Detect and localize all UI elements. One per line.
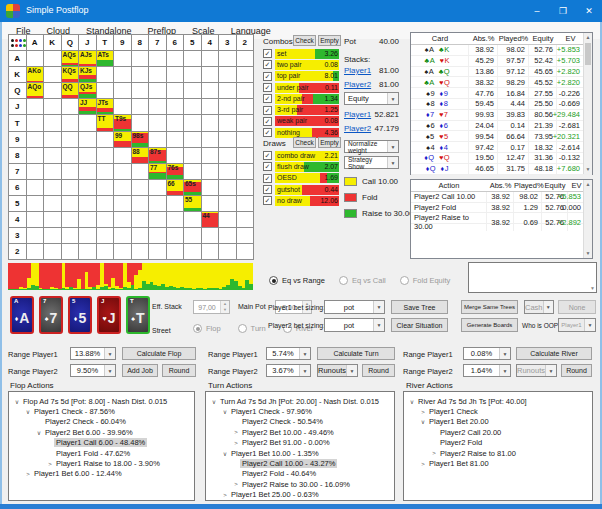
hand-cell-empty[interactable] [27,196,45,212]
hand-cell-empty[interactable] [184,228,202,244]
hand-cell-empty[interactable] [167,115,185,131]
hand-cell-empty[interactable] [132,99,150,115]
hand-cell-empty[interactable] [27,212,45,228]
hand-cell-empty[interactable] [167,51,185,67]
hand-cell-empty[interactable] [184,115,202,131]
hand-cell-empty[interactable] [149,51,167,67]
tree-item[interactable]: Player2 Fold [404,438,592,448]
hand-cell-empty[interactable] [79,148,97,164]
hand-cell-88[interactable]: 88 [132,148,150,164]
hand-cell-empty[interactable] [219,83,237,99]
hand-cell-empty[interactable] [167,132,185,148]
hand-cell-empty[interactable] [97,132,115,148]
expanded-icon[interactable]: ∨ [210,398,218,405]
radio-eq-vs-range[interactable]: Eq vs Range [269,276,325,285]
hand-cell-empty[interactable] [219,115,237,131]
table-row[interactable]: ♠4♦497.420.1718.32-2.614 [411,142,592,153]
range-p2-flop-select[interactable]: 9.50% ▼ [70,364,116,377]
hand-cell-44[interactable]: 44 [202,212,220,228]
card-table-scrollbar[interactable]: ▲ ▼ [583,33,592,174]
hand-cell-empty[interactable] [219,132,237,148]
combo-checkbox[interactable]: ✓ [263,49,272,58]
expanded-icon[interactable]: ∨ [35,429,43,436]
range-p1-turn-select[interactable]: 5.74% ▼ [266,347,311,360]
hand-cell-empty[interactable] [219,180,237,196]
hand-cell-AKo[interactable]: AKo [27,67,45,83]
hand-cell-empty[interactable] [97,67,115,83]
hand-cell-empty[interactable] [27,99,45,115]
hand-cell-empty[interactable] [219,244,237,260]
scroll-thumb[interactable] [585,43,591,65]
hand-cell-empty[interactable] [184,51,202,67]
hand-cell-empty[interactable] [132,180,150,196]
hand-cell-empty[interactable] [62,148,80,164]
hand-cell-empty[interactable] [132,212,150,228]
clear-situation-button[interactable]: Clear Situation [391,318,448,332]
tree-item[interactable]: >Player1 Bet 25.00 - 0.63% [206,490,394,500]
p2-bet-sizing-select[interactable]: pot ▼ [324,318,385,332]
player-link[interactable]: Player2 [344,80,371,89]
hand-cell-empty[interactable] [184,212,202,228]
hand-cell-JTs[interactable]: JTs [97,99,115,115]
hand-cell-empty[interactable] [202,51,220,67]
hand-cell-empty[interactable] [27,115,45,131]
hand-cell-empty[interactable] [44,51,62,67]
hand-cell-empty[interactable] [62,164,80,180]
hand-cell-empty[interactable] [202,244,220,260]
collapsed-icon[interactable]: > [232,429,240,435]
hand-cell-empty[interactable] [149,196,167,212]
hand-cell-empty[interactable] [62,180,80,196]
strategy-show-select[interactable]: Strategy Show ▼ [344,156,399,169]
tree-item[interactable]: >Player1 Bet 81.00 [404,458,592,468]
tree-item[interactable]: ∨River Ad 7s 5d Jh Ts [Pot: 40.00] [404,396,592,406]
hand-cell-empty[interactable] [219,164,237,180]
hand-cell-empty[interactable] [97,180,115,196]
hand-cell-empty[interactable] [44,132,62,148]
combo-checkbox[interactable]: ✓ [263,106,272,115]
hand-cell-99[interactable]: 99 [114,132,132,148]
hand-cell-T9s[interactable]: T9s [114,115,132,131]
hand-cell-empty[interactable] [44,99,62,115]
round-turn-button[interactable]: Round [362,364,395,377]
hand-cell-empty[interactable] [167,228,185,244]
tree-item[interactable]: >Player2 Raise to 30.00 - 16.09% [206,479,394,489]
tree-item[interactable]: >Player1 Bet 6.00 - 12.44% [9,469,194,479]
hand-cell-empty[interactable] [237,228,255,244]
tree-item[interactable]: Player1 Call 6.00 - 48.48% [9,438,194,448]
round-flop-button[interactable]: Round [162,364,196,377]
draw-checkbox[interactable]: ✓ [263,174,272,183]
hand-cell-empty[interactable] [132,244,150,260]
hand-cell-empty[interactable] [149,212,167,228]
hand-cell-empty[interactable] [149,244,167,260]
hand-cell-empty[interactable] [167,244,185,260]
scroll-up-icon[interactable]: ▲ [584,33,592,42]
expanded-icon[interactable]: ∨ [221,450,229,457]
hand-cell-empty[interactable] [132,196,150,212]
normalize-weight-select[interactable]: Normalize weight ▼ [344,140,399,153]
hand-cell-empty[interactable] [27,244,45,260]
hand-cell-empty[interactable] [62,115,80,131]
hand-cell-empty[interactable] [114,164,132,180]
table-row[interactable]: ♣A♥K45.2997.5752.42+5.703 [411,56,592,67]
minimize-button[interactable]: – [524,0,550,22]
expanded-icon[interactable]: ∨ [419,418,427,425]
scroll-down-icon[interactable]: ▼ [584,249,592,258]
hand-cell-ATs[interactable]: ATs [97,51,115,67]
collapsed-icon[interactable]: > [232,440,240,446]
hand-cell-empty[interactable] [44,83,62,99]
hand-cell-empty[interactable] [202,164,220,180]
scroll-down-icon[interactable]: ▼ [584,165,592,174]
calculate-river-button[interactable]: Calculate River [516,347,592,360]
runouts-turn-select[interactable]: Runouts ▼ [317,364,358,377]
combo-checkbox[interactable]: ✓ [263,94,272,103]
hand-cell-empty[interactable] [237,196,255,212]
hand-cell-empty[interactable] [44,164,62,180]
table-row[interactable]: ♦Q♥Q19.5012.4731.36-0.132 [411,153,592,164]
tree-item[interactable]: Player2 Call 20.00 [404,427,592,437]
table-row[interactable]: Player2 Fold38.921.2952.760.000 [411,203,592,214]
hand-cell-empty[interactable] [219,212,237,228]
hand-cell-66[interactable]: 66 [167,180,185,196]
collapsed-icon[interactable]: > [46,461,54,467]
hand-cell-empty[interactable] [184,83,202,99]
hand-cell-QJs[interactable]: QJs [79,83,97,99]
